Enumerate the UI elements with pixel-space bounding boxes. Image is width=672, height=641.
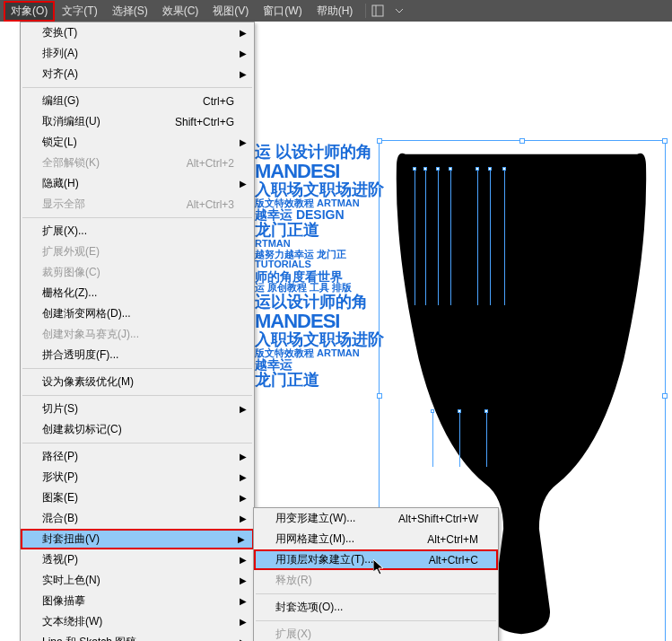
- mi-lock[interactable]: 锁定(L)▶: [21, 132, 254, 153]
- mi-make-with-mesh[interactable]: 用网格建立(M)...Alt+Ctrl+M: [254, 529, 498, 549]
- mi-image-trace[interactable]: 图像描摹▶: [21, 591, 254, 611]
- separator: [22, 87, 252, 88]
- mi-envelope-distort[interactable]: 封套扭曲(V)▶: [21, 529, 254, 549]
- chevron-right-icon: ▶: [240, 137, 247, 147]
- separator: [22, 217, 252, 218]
- chevron-right-icon: ▶: [240, 452, 247, 461]
- mi-slice[interactable]: 切片(S)▶: [21, 399, 254, 419]
- mi-expand-envelope: 扩展(X): [254, 624, 498, 641]
- mi-text-wrap[interactable]: 文本绕排(W)▶: [21, 611, 254, 632]
- separator: [365, 4, 366, 18]
- chevron-right-icon: ▶: [240, 493, 247, 503]
- handle-tm[interactable]: [519, 138, 525, 144]
- mi-live-paint[interactable]: 实时上色(N)▶: [21, 570, 254, 591]
- separator: [256, 620, 496, 621]
- chevron-right-icon: ▶: [240, 575, 247, 585]
- menu-help[interactable]: 帮助(H): [310, 1, 361, 22]
- chevron-right-icon: ▶: [240, 69, 247, 79]
- mi-arrange[interactable]: 排列(A)▶: [21, 43, 254, 64]
- dropdown-icon[interactable]: [393, 4, 406, 17]
- chevron-right-icon: ▶: [240, 514, 247, 523]
- separator: [22, 395, 252, 396]
- chevron-right-icon: ▶: [240, 637, 247, 641]
- chevron-right-icon: ▶: [240, 48, 247, 58]
- mi-pattern[interactable]: 图案(E)▶: [21, 487, 254, 508]
- mi-path[interactable]: 路径(P)▶: [21, 446, 254, 467]
- separator: [256, 593, 496, 594]
- layout-icon[interactable]: [371, 4, 384, 17]
- menu-effect[interactable]: 效果(C): [155, 1, 206, 22]
- mi-gradient-mesh[interactable]: 创建渐变网格(D)...: [21, 303, 254, 324]
- handle-tl[interactable]: [377, 138, 382, 144]
- mi-align[interactable]: 对齐(A)▶: [21, 64, 254, 84]
- chevron-right-icon: ▶: [240, 28, 247, 38]
- mi-pixel-perfect[interactable]: 设为像素级优化(M): [21, 372, 254, 392]
- mi-transform[interactable]: 变换(T)▶: [21, 22, 254, 43]
- menu-view[interactable]: 视图(V): [205, 1, 256, 22]
- toolbar-icons: [371, 4, 406, 17]
- separator: [22, 368, 252, 369]
- mi-show-all: 显示全部Alt+Ctrl+3: [21, 194, 254, 215]
- mi-envelope-options[interactable]: 封套选项(O)...: [254, 597, 498, 618]
- menubar: 对象(O) 文字(T) 选择(S) 效果(C) 视图(V) 窗口(W) 帮助(H…: [0, 0, 672, 22]
- menu-type[interactable]: 文字(T): [55, 1, 104, 22]
- chevron-right-icon: ▶: [240, 617, 247, 627]
- object-menu-dropdown: 变换(T)▶ 排列(A)▶ 对齐(A)▶ 编组(G)Ctrl+G 取消编组(U)…: [20, 22, 255, 641]
- menu-object[interactable]: 对象(O): [4, 1, 55, 22]
- mouse-cursor-icon: [373, 559, 388, 577]
- chevron-right-icon: ▶: [240, 555, 247, 565]
- mi-ungroup[interactable]: 取消编组(U)Shift+Ctrl+G: [21, 111, 254, 132]
- mi-unlock-all: 全部解锁(K)Alt+Ctrl+2: [21, 153, 254, 173]
- mi-crop-image: 裁剪图像(C): [21, 262, 254, 283]
- chevron-right-icon: ▶: [238, 534, 245, 544]
- menu-window[interactable]: 窗口(W): [256, 1, 309, 22]
- mi-flatten-transparency[interactable]: 拼合透明度(F)...: [21, 345, 254, 365]
- handle-tr[interactable]: [662, 138, 668, 144]
- mi-shape[interactable]: 形状(P)▶: [21, 467, 254, 487]
- handle-ml[interactable]: [377, 393, 382, 399]
- handle-mr[interactable]: [662, 393, 668, 399]
- chevron-right-icon: ▶: [240, 179, 247, 189]
- separator: [22, 443, 252, 443]
- mi-expand-appearance: 扩展外观(E): [21, 241, 254, 262]
- mi-rasterize[interactable]: 栅格化(Z)...: [21, 283, 254, 303]
- mi-hide[interactable]: 隐藏(H)▶: [21, 173, 254, 194]
- mi-make-with-warp[interactable]: 用变形建立(W)...Alt+Shift+Ctrl+W: [254, 508, 498, 529]
- chevron-right-icon: ▶: [240, 404, 247, 414]
- mi-perspective[interactable]: 透视(P)▶: [21, 549, 254, 570]
- mi-object-mosaic: 创建对象马赛克(J)...: [21, 324, 254, 345]
- mi-line-sketch[interactable]: Line 和 Sketch 图稿▶: [21, 632, 254, 641]
- mi-group[interactable]: 编组(G)Ctrl+G: [21, 91, 254, 111]
- mi-expand[interactable]: 扩展(X)...: [21, 221, 254, 241]
- menu-select[interactable]: 选择(S): [105, 1, 155, 22]
- mi-trim-marks[interactable]: 创建裁切标记(C): [21, 419, 254, 440]
- chevron-right-icon: ▶: [240, 596, 247, 606]
- svg-rect-0: [372, 5, 383, 16]
- mi-blend[interactable]: 混合(B)▶: [21, 508, 254, 529]
- chevron-right-icon: ▶: [240, 472, 247, 482]
